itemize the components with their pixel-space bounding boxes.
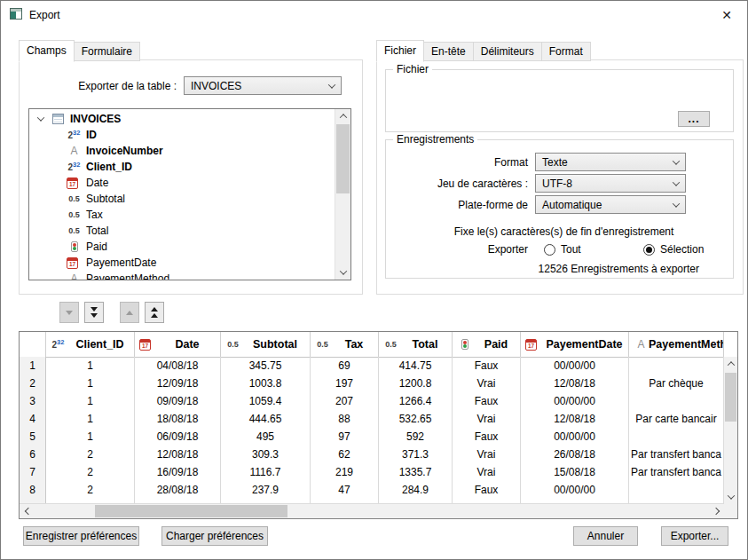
tree-item-subtotal[interactable]: 0.5Subtotal bbox=[29, 191, 335, 207]
cell: 16/09/18 bbox=[135, 463, 221, 481]
cell: 309.3 bbox=[221, 446, 311, 463]
browse-button[interactable]: ... bbox=[678, 111, 710, 127]
cell: 1003.8 bbox=[221, 375, 311, 392]
chevron-down-icon bbox=[673, 178, 680, 185]
table-horizontal-scrollbar[interactable] bbox=[20, 503, 724, 518]
scrollbar-thumb[interactable] bbox=[95, 505, 287, 517]
integer-type-icon: 232 bbox=[67, 161, 82, 173]
integer-type-icon: 232 bbox=[67, 129, 82, 141]
cell: 284.9 bbox=[379, 481, 453, 499]
tree-item-id[interactable]: 232ID bbox=[29, 127, 335, 143]
column-header-paid[interactable]: Paid bbox=[453, 332, 521, 357]
cell: 12/09/18 bbox=[135, 375, 221, 392]
export-scope-label: Exporter bbox=[386, 243, 528, 256]
save-preferences-button[interactable]: Enregistrer préférences bbox=[23, 526, 139, 546]
column-header-total[interactable]: 0.5Total bbox=[379, 332, 453, 357]
cell: 47 bbox=[311, 481, 379, 499]
tab-fichier[interactable]: Fichier bbox=[376, 40, 424, 62]
export-button[interactable]: Exporter... bbox=[661, 526, 728, 546]
tab-champs[interactable]: Champs bbox=[19, 40, 75, 62]
field-list-scrollbar[interactable] bbox=[335, 109, 350, 280]
cell: 1059.4 bbox=[221, 392, 311, 410]
cell: Vrai bbox=[453, 463, 521, 481]
combo-format[interactable]: Texte bbox=[535, 153, 686, 171]
move-all-down-icon[interactable] bbox=[84, 302, 104, 323]
column-header-date[interactable]: 17Date bbox=[135, 332, 221, 357]
load-preferences-button[interactable]: Charger préférences bbox=[161, 526, 268, 546]
tab-en-tête[interactable]: En-tête bbox=[423, 42, 474, 61]
tree-item-date[interactable]: 17Date bbox=[29, 175, 335, 191]
radio-sélection[interactable] bbox=[643, 244, 655, 256]
tree-item-payementdate[interactable]: 17PayementDate bbox=[29, 255, 335, 271]
cell: 2 bbox=[46, 481, 135, 499]
cell: 1200.8 bbox=[379, 375, 453, 392]
scroll-up-icon[interactable] bbox=[724, 357, 737, 371]
tree-item-payementmethod[interactable]: APayementMethod bbox=[29, 271, 335, 280]
combo-plate-forme-de[interactable]: Automatique bbox=[535, 195, 686, 214]
scroll-down-icon[interactable] bbox=[724, 490, 737, 504]
records-count: 12526 Enregistrements à exporter bbox=[539, 263, 699, 275]
scroll-up-icon[interactable] bbox=[335, 109, 350, 123]
tab-délimiteurs[interactable]: Délimiteurs bbox=[473, 42, 542, 61]
tree-item-tax[interactable]: 0.5Tax bbox=[29, 207, 335, 223]
radio-tout[interactable] bbox=[544, 244, 555, 256]
scrollbar-thumb[interactable] bbox=[725, 373, 736, 422]
tree-root-invoices[interactable]: INVOICES bbox=[29, 111, 335, 127]
column-header-subtotal[interactable]: 0.5Subtotal bbox=[221, 332, 311, 357]
tab-format[interactable]: Format bbox=[541, 42, 591, 61]
record-setting-row: Plate-forme deAutomatique bbox=[386, 195, 733, 214]
cell: 1 bbox=[46, 392, 135, 410]
column-header-payementdate[interactable]: 17PayementDate bbox=[521, 332, 629, 357]
tab-formulaire[interactable]: Formulaire bbox=[74, 42, 140, 61]
column-label: Paid bbox=[472, 338, 520, 351]
move-all-up-icon[interactable] bbox=[145, 302, 164, 323]
record-setting-row: FormatTexte bbox=[386, 153, 733, 171]
number-type-icon: 0.5 bbox=[383, 338, 398, 351]
radio-label: Sélection bbox=[660, 243, 704, 256]
table-row: 7216/09/181116.72191335.7Vrai15/08/18Par… bbox=[20, 463, 724, 481]
cell: Faux bbox=[453, 392, 521, 410]
cell: 592 bbox=[379, 428, 453, 446]
column-header-payementmeth[interactable]: APayementMeth bbox=[629, 332, 724, 357]
integer-type-icon: 232 bbox=[51, 338, 66, 351]
scrollbar-thumb[interactable] bbox=[336, 124, 350, 193]
row-number: 8 bbox=[20, 481, 46, 499]
close-icon[interactable]: ✕ bbox=[716, 6, 737, 24]
table-picker-value: INVOICES bbox=[191, 80, 241, 92]
scroll-down-icon[interactable] bbox=[335, 265, 350, 280]
row-number: 4 bbox=[20, 410, 46, 428]
tree-item-paid[interactable]: Paid bbox=[29, 239, 335, 255]
table-picker-combo[interactable]: INVOICES bbox=[184, 76, 342, 95]
cell: 12/08/18 bbox=[521, 375, 629, 392]
cell: 414.75 bbox=[379, 357, 453, 375]
date-type-icon: 17 bbox=[67, 177, 78, 189]
tree-item-invoicenumber[interactable]: AInvoiceNumber bbox=[29, 143, 335, 159]
cell: 04/08/18 bbox=[135, 357, 221, 375]
fichier-tab-panel: Fichier ... Enregistrements FormatTexteJ… bbox=[376, 59, 744, 295]
tree-item-total[interactable]: 0.5Total bbox=[29, 223, 335, 239]
number-type-icon: 0.5 bbox=[315, 338, 330, 351]
table-row: 6212/08/18309.362371.3Vrai26/08/18Par tr… bbox=[20, 446, 724, 463]
champs-tab-panel: Exporter de la table : INVOICES INVOICES… bbox=[19, 59, 363, 295]
chevron-down-icon[interactable] bbox=[37, 114, 44, 121]
row-number: 2 bbox=[20, 375, 46, 392]
radio-option-sélection[interactable]: Sélection bbox=[643, 243, 704, 256]
table-vertical-scrollbar[interactable] bbox=[723, 357, 737, 504]
column-header-client-id[interactable]: 232Client_ID bbox=[46, 332, 135, 357]
column-header-tax[interactable]: 0.5Tax bbox=[311, 332, 379, 357]
scroll-right-icon[interactable] bbox=[709, 504, 722, 518]
date-type-icon: 17 bbox=[139, 339, 151, 351]
table-row: 3109/09/181059.42071266.4Faux00/00/00 bbox=[20, 392, 724, 410]
table-icon bbox=[51, 113, 66, 125]
tree-item-client-id[interactable]: 232Client_ID bbox=[29, 159, 335, 175]
scroll-left-icon[interactable] bbox=[21, 504, 35, 518]
combo-jeu-de-caractères-[interactable]: UTF-8 bbox=[535, 174, 686, 193]
cancel-button[interactable]: Annuler bbox=[573, 526, 638, 546]
radio-option-tout[interactable]: Tout bbox=[544, 243, 581, 256]
cell: 1116.7 bbox=[221, 463, 311, 481]
combo-label: Format bbox=[386, 156, 535, 169]
cell: 09/09/18 bbox=[135, 392, 221, 410]
file-group-label: Fichier bbox=[393, 63, 432, 75]
table-row: 5106/09/1849597592Faux00/00/00 bbox=[20, 428, 724, 446]
field-label: InvoiceNumber bbox=[86, 145, 163, 157]
